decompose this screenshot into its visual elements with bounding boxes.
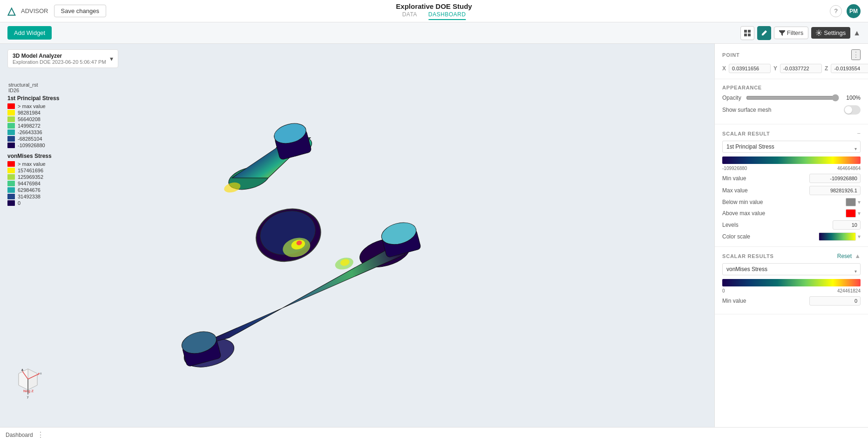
legend-swatch: [7, 123, 15, 129]
page-title: Explorative DOE Study: [396, 2, 472, 10]
legend-swatch: [7, 161, 15, 167]
legend-swatch: [7, 116, 15, 122]
gear-icon: [816, 30, 822, 36]
toggle-thumb: [845, 106, 852, 114]
color-bar: [722, 156, 861, 164]
min-value-input[interactable]: [809, 174, 861, 183]
legend-row: -26643336: [7, 129, 59, 135]
legend: 1st Principal Stress > max value 9828198…: [7, 95, 59, 210]
nav-right: ? PM: [830, 4, 861, 18]
point-menu-button[interactable]: ⋮: [851, 49, 861, 60]
vonmises-dropdown[interactable]: vonMises Stress 1st Principal Stress: [722, 263, 861, 275]
color-scale-dropdown-icon[interactable]: ▾: [858, 233, 861, 240]
collapse-panel-button[interactable]: ▲: [853, 29, 861, 37]
legend-row: 94476984: [7, 181, 59, 186]
toolbar: Add Widget Filters Settings ▲: [0, 22, 868, 44]
below-min-right: ▾: [846, 198, 861, 206]
edit-icon-button[interactable]: [757, 26, 771, 40]
advisor-label: ADVISOR: [21, 7, 48, 14]
color-bar-min: -109926880: [722, 166, 747, 171]
main-content: 3D Model Analyzer Exploration DOE 2023-0…: [0, 44, 868, 427]
max-value-input[interactable]: [809, 186, 861, 195]
grid-icon-button[interactable]: [740, 26, 754, 40]
axis-gizmo: Neg Z x y ▲: [9, 362, 47, 399]
widget-subtitle: Exploration DOE 2023-06-20 5:06:47 PM: [13, 59, 106, 65]
above-max-dropdown-icon[interactable]: ▾: [858, 210, 861, 217]
filters-label: Filters: [787, 29, 803, 36]
vonmises-min-input[interactable]: [809, 296, 861, 306]
point-header: POINT ⋮: [722, 49, 861, 60]
scalar-result-dropdown[interactable]: 1st Principal Stress vonMises Stress: [722, 141, 861, 153]
tab-dashboard[interactable]: DASHBOARD: [428, 11, 466, 20]
legend-swatch: [7, 103, 15, 109]
scalar-result-header: SCALAR RESULT −: [722, 130, 861, 137]
nav-center: Explorative DOE Study DATA DASHBOARD: [396, 2, 472, 20]
filter-icon: [779, 30, 785, 36]
legend-label: 94476984: [18, 181, 41, 186]
levels-input[interactable]: [833, 220, 861, 230]
settings-label: Settings: [824, 29, 846, 36]
reset-button[interactable]: Reset: [837, 253, 852, 259]
model-area: [0, 44, 714, 427]
vonmises-bar-min: 0: [722, 288, 725, 293]
above-max-right: ▾: [846, 209, 861, 218]
above-max-swatch[interactable]: [846, 209, 856, 218]
settings-button[interactable]: Settings: [811, 27, 850, 39]
coord-z-label: Z: [825, 65, 828, 72]
color-scale-preview: [819, 232, 856, 241]
appearance-section: APPEARANCE Opacity 100% Show surface mes…: [715, 79, 868, 124]
legend-swatch: [7, 174, 15, 180]
appearance-title: APPEARANCE: [722, 85, 762, 90]
below-min-dropdown-icon[interactable]: ▾: [858, 199, 861, 205]
save-button[interactable]: Save changes: [54, 5, 106, 17]
legend-label: 0: [18, 200, 20, 206]
widget-info: 3D Model Analyzer Exploration DOE 2023-0…: [13, 53, 106, 65]
vonmises-min-row: Min value: [722, 296, 861, 306]
viewport[interactable]: 3D Model Analyzer Exploration DOE 2023-0…: [0, 44, 714, 427]
bottom-tab-menu-icon[interactable]: ⋮: [37, 430, 44, 439]
bottom-tab-dashboard[interactable]: Dashboard: [6, 432, 33, 438]
vonmises-min-label: Min value: [722, 298, 746, 304]
legend-label: 98281984: [18, 110, 41, 116]
scalar-results-actions: Reset ▲: [837, 252, 861, 259]
legend-label: 31492338: [18, 194, 41, 199]
svg-text:x: x: [40, 372, 42, 375]
coord-x-input[interactable]: [729, 64, 771, 73]
svg-marker-6: [28, 369, 37, 390]
coord-y-input[interactable]: [780, 64, 822, 73]
scalar-result-collapse-button[interactable]: −: [857, 130, 861, 137]
point-coords: X Y Z: [722, 64, 861, 73]
avatar[interactable]: PM: [847, 4, 861, 18]
legend-label: 14998272: [18, 123, 41, 129]
legend-swatch: [7, 200, 15, 206]
surface-mesh-toggle[interactable]: [844, 105, 861, 115]
point-title: POINT: [722, 52, 740, 58]
file-info: structural_rst ID26: [8, 82, 38, 93]
above-max-row: Above max value ▾: [722, 209, 861, 218]
filters-button[interactable]: Filters: [774, 27, 808, 39]
svg-rect-3: [748, 34, 751, 36]
widget-name: 3D Model Analyzer: [13, 53, 106, 59]
coord-z-input[interactable]: [831, 64, 868, 73]
coord-x-label: X: [722, 65, 726, 72]
scalar-results-header: SCALAR RESULTS Reset ▲: [722, 252, 861, 259]
coord-y-label: Y: [773, 65, 777, 72]
legend-row: -109926880: [7, 143, 59, 148]
help-button[interactable]: ?: [830, 5, 842, 17]
opacity-slider[interactable]: [746, 94, 839, 102]
file-id: ID26: [8, 88, 38, 93]
grid-icon: [744, 30, 751, 36]
below-min-row: Below min value ▾: [722, 198, 861, 206]
opacity-label: Opacity: [722, 95, 741, 101]
below-min-swatch[interactable]: [846, 198, 856, 206]
legend-swatch: [7, 143, 15, 148]
svg-rect-0: [744, 30, 747, 33]
levels-label: Levels: [722, 222, 739, 228]
widget-dropdown-icon[interactable]: ▾: [110, 55, 113, 62]
nav-left: △ ADVISOR Save changes: [7, 5, 106, 17]
svg-point-4: [818, 32, 820, 34]
add-widget-button[interactable]: Add Widget: [7, 26, 52, 40]
vonmises-bar-max: 424461824: [837, 288, 861, 293]
tab-data[interactable]: DATA: [402, 11, 417, 20]
scalar-results-collapse-button[interactable]: ▲: [854, 252, 861, 259]
